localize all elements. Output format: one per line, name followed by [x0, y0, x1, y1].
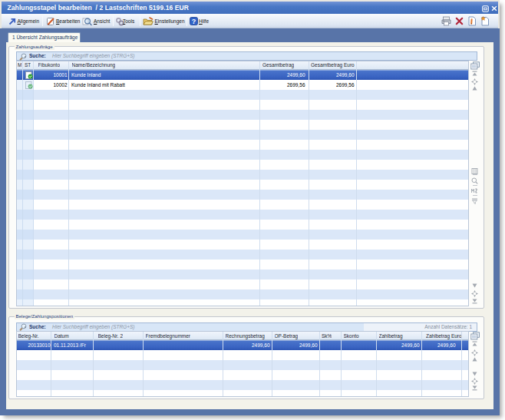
- svg-text:?: ?: [191, 17, 196, 25]
